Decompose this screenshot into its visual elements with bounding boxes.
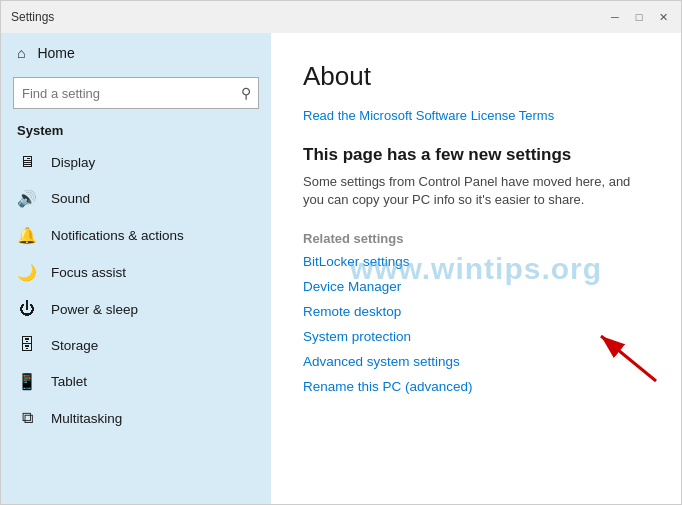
sidebar-section-label: System [1,119,271,144]
search-input[interactable] [13,77,259,109]
titlebar-controls: ─ □ ✕ [607,9,671,25]
ms-license-link[interactable]: Read the Microsoft Software License Term… [303,108,554,123]
tablet-icon: 📱 [17,372,37,391]
storage-icon: 🗄 [17,336,37,354]
sidebar-item-label: Multitasking [51,411,122,426]
app-body: ⌂ Home ⚲ System 🖥 Display 🔊 Sound 🔔 Noti… [1,33,681,504]
page-title: About [303,61,649,92]
sidebar-item-label: Display [51,155,95,170]
sidebar-item-label: Power & sleep [51,302,138,317]
close-button[interactable]: ✕ [655,9,671,25]
focus-icon: 🌙 [17,263,37,282]
multitasking-icon: ⧉ [17,409,37,427]
search-box: ⚲ [13,77,259,109]
rename-pc-link[interactable]: Rename this PC (advanced) [303,379,649,394]
new-settings-heading: This page has a few new settings [303,145,649,165]
sidebar-item-label: Focus assist [51,265,126,280]
bitlocker-link[interactable]: BitLocker settings [303,254,649,269]
sidebar-item-sound[interactable]: 🔊 Sound [1,180,271,217]
home-icon: ⌂ [17,45,25,61]
advanced-system-settings-link[interactable]: Advanced system settings [303,354,649,369]
titlebar: Settings ─ □ ✕ [1,1,681,33]
sidebar-item-tablet[interactable]: 📱 Tablet [1,363,271,400]
sidebar-home-label: Home [37,45,74,61]
related-settings-label: Related settings [303,231,649,246]
sound-icon: 🔊 [17,189,37,208]
sidebar-item-label: Notifications & actions [51,228,184,243]
search-icon: ⚲ [241,85,251,101]
sidebar: ⌂ Home ⚲ System 🖥 Display 🔊 Sound 🔔 Noti… [1,33,271,504]
sidebar-item-label: Tablet [51,374,87,389]
sidebar-item-power[interactable]: ⏻ Power & sleep [1,291,271,327]
device-manager-link[interactable]: Device Manager [303,279,649,294]
remote-desktop-link[interactable]: Remote desktop [303,304,649,319]
sidebar-item-home[interactable]: ⌂ Home [1,33,271,73]
sidebar-item-display[interactable]: 🖥 Display [1,144,271,180]
new-settings-desc: Some settings from Control Panel have mo… [303,173,649,209]
sidebar-item-notifications[interactable]: 🔔 Notifications & actions [1,217,271,254]
system-protection-link[interactable]: System protection [303,329,649,344]
power-icon: ⏻ [17,300,37,318]
maximize-button[interactable]: □ [631,9,647,25]
titlebar-title: Settings [11,10,54,24]
display-icon: 🖥 [17,153,37,171]
sidebar-item-focus[interactable]: 🌙 Focus assist [1,254,271,291]
notifications-icon: 🔔 [17,226,37,245]
minimize-button[interactable]: ─ [607,9,623,25]
sidebar-item-label: Sound [51,191,90,206]
sidebar-item-label: Storage [51,338,98,353]
sidebar-item-multitasking[interactable]: ⧉ Multitasking [1,400,271,436]
main-content: www.wintips.org About Read the Microsoft… [271,33,681,504]
settings-window: Settings ─ □ ✕ ⌂ Home ⚲ System 🖥 Display [0,0,682,505]
sidebar-item-storage[interactable]: 🗄 Storage [1,327,271,363]
